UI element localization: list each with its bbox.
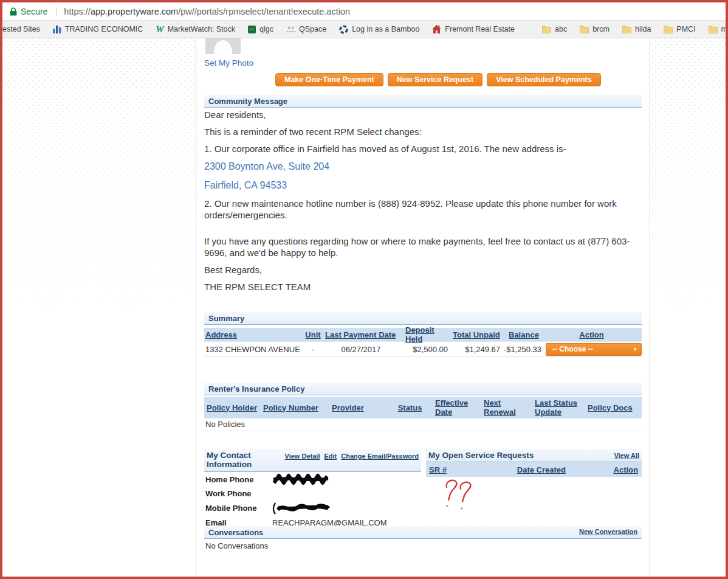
security-indicator[interactable]: Secure: [10, 7, 47, 16]
view-scheduled-payments-button[interactable]: View Scheduled Payments: [487, 73, 600, 86]
new-office-address-line2: Fairfield, CA 94533: [204, 179, 643, 192]
set-my-photo-link[interactable]: Set My Photo: [204, 58, 253, 68]
no-policies-text: No Policies: [204, 418, 642, 431]
message-paragraph: THE RPM SELECT TEAM: [204, 281, 643, 293]
change-email-password-link[interactable]: Change Email/Password: [341, 452, 419, 469]
green-square-icon: [248, 26, 256, 33]
new-conversation-link[interactable]: New Conversation: [579, 528, 637, 535]
home-phone-label: Home Phone: [204, 475, 272, 484]
cell-balance: -$1,250.33: [500, 345, 541, 354]
bookmark-qspace[interactable]: QSpace: [282, 25, 331, 33]
col-total-unpaid[interactable]: Total Unpaid: [448, 330, 500, 339]
url-path: /pw//portals/rpmselect/tenant!execute.ac…: [178, 7, 350, 16]
col-effective-date[interactable]: Effective Date: [433, 397, 481, 418]
insurance-title: Renter's Insurance Policy: [208, 384, 304, 394]
col-balance[interactable]: Balance: [500, 330, 541, 339]
bookmark-abc[interactable]: abc: [538, 25, 571, 33]
work-phone-label: Work Phone: [204, 489, 272, 498]
contact-links: View Detail Edit Change Email/Password: [285, 451, 419, 469]
new-service-request-button[interactable]: New Service Request: [388, 73, 482, 86]
col-sr-number[interactable]: SR #: [426, 465, 495, 474]
insurance-header: Renter's Insurance Policy: [204, 383, 642, 395]
folder-icon: [709, 26, 718, 33]
folder-icon: [542, 26, 551, 33]
col-address[interactable]: Address: [204, 330, 304, 339]
message-paragraph: Best Regards,: [204, 264, 643, 276]
col-date-created[interactable]: Date Created: [495, 465, 588, 474]
action-choose-dropdown[interactable]: -- Choose -- ▼: [546, 343, 642, 356]
summary-table-row: 1332 CHEWPON AVENUE - 06/27/2017 $2,500.…: [204, 342, 642, 357]
padlock-icon: [10, 7, 17, 16]
message-paragraph: This is a reminder of two recent RPM Sel…: [204, 126, 643, 137]
col-last-status-update[interactable]: Last Status Update: [532, 397, 585, 418]
bookmarks-bar: ested Sites TRADING ECONOMIC W MarketWat…: [2, 21, 726, 38]
bookmark-qlgc[interactable]: qlgc: [244, 25, 278, 33]
profile-photo-placeholder: [205, 38, 241, 54]
service-requests-header: My Open Service Requests View All: [426, 449, 642, 462]
service-requests-table-header: SR # Date Created Action: [426, 462, 642, 477]
make-one-time-payment-button[interactable]: Make One-Time Payment: [275, 73, 383, 86]
contact-info-section: My Contact Information View Detail Edit …: [204, 449, 421, 529]
col-policy-holder[interactable]: Policy Holder: [204, 402, 261, 414]
contact-row-home-phone: Home Phone: [204, 472, 421, 487]
message-paragraph: If you have any questions regarding how …: [204, 235, 643, 258]
col-action[interactable]: Action: [541, 330, 642, 339]
bookmark-machines[interactable]: machines: [704, 25, 726, 33]
conversations-header: Conversations New Conversation: [204, 526, 642, 539]
bookmark-bamboo-login[interactable]: Log in as a Bamboo: [335, 25, 424, 34]
col-provider[interactable]: Provider: [329, 402, 387, 414]
contact-row-work-phone: Work Phone: [204, 487, 421, 499]
browser-address-bar: Secure https://app.propertyware.com/pw//…: [2, 2, 726, 21]
cell-total-unpaid: $1,249.67: [448, 345, 500, 354]
dropdown-selected-value: -- Choose --: [552, 345, 593, 353]
new-office-address-line1: 2300 Boynton Ave, Suite 204: [204, 160, 643, 173]
segmented-ring-icon: [339, 25, 348, 34]
bookmark-suggested-sites[interactable]: ested Sites: [2, 25, 44, 33]
col-policy-docs[interactable]: Policy Docs: [585, 402, 642, 414]
security-label: Secure: [21, 7, 47, 16]
bookmark-hilda[interactable]: hilda: [618, 25, 655, 33]
cell-unit: -: [304, 345, 321, 354]
col-policy-number[interactable]: Policy Number: [261, 402, 329, 414]
red-question-marks-annotation: [443, 477, 478, 515]
view-detail-link[interactable]: View Detail: [285, 452, 320, 469]
contact-row-mobile-phone: Mobile Phone: [204, 499, 421, 516]
screenshot-frame: Secure https://app.propertyware.com/pw//…: [0, 0, 728, 579]
col-last-payment-date[interactable]: Last Payment Date: [321, 330, 400, 339]
folder-icon: [664, 26, 673, 33]
chevron-down-icon: ▼: [633, 347, 637, 352]
folder-icon: [580, 26, 589, 33]
contact-info-title: My Contact Information: [207, 451, 273, 469]
conversations-title: Conversations: [208, 528, 263, 537]
col-next-renewal[interactable]: Next Renewal: [481, 397, 532, 418]
summary-header: Summary: [204, 312, 642, 325]
col-sr-action[interactable]: Action: [588, 465, 642, 474]
cell-action: -- Choose -- ▼: [541, 343, 642, 356]
redaction-scribble: [272, 501, 331, 515]
message-paragraph: 1. Our corporate office in Fairfield has…: [204, 143, 643, 154]
summary-table-header: Address Unit Last Payment Date Deposit H…: [204, 328, 642, 342]
url-domain: app.propertyware.com: [91, 7, 178, 16]
open-service-requests-section: My Open Service Requests View All SR # D…: [426, 449, 642, 477]
bookmark-fremont-real-estate[interactable]: Fremont Real Estate: [428, 25, 519, 33]
mobile-phone-value-redacted: [272, 501, 331, 515]
col-status[interactable]: Status: [387, 402, 433, 414]
insurance-table-header: Policy Holder Policy Number Provider Sta…: [204, 397, 642, 418]
bookmark-trading-economics[interactable]: TRADING ECONOMIC: [49, 25, 147, 33]
bookmark-marketwatch[interactable]: W MarketWatch: Stock: [151, 24, 239, 35]
portal-main-column: Set My Photo Make One-Time Payment New S…: [196, 38, 650, 577]
view-all-link[interactable]: View All: [614, 452, 639, 459]
col-unit[interactable]: Unit: [304, 330, 321, 339]
col-deposit-held[interactable]: Deposit Held: [400, 325, 448, 344]
url-text[interactable]: https://app.propertyware.com/pw//portals…: [64, 7, 350, 16]
edit-link[interactable]: Edit: [324, 452, 337, 469]
bar-chart-icon: [53, 26, 61, 33]
gray-dots-icon: [286, 26, 295, 33]
summary-table: Address Unit Last Payment Date Deposit H…: [204, 328, 642, 357]
message-paragraph: Dear residents,: [204, 109, 643, 120]
bookmark-brcm[interactable]: brcm: [575, 25, 614, 33]
mobile-phone-label: Mobile Phone: [204, 504, 272, 513]
community-message-title: Community Message: [208, 97, 287, 106]
bookmark-pmci[interactable]: PMCI: [659, 25, 699, 33]
home-phone-value-redacted: [272, 473, 329, 486]
